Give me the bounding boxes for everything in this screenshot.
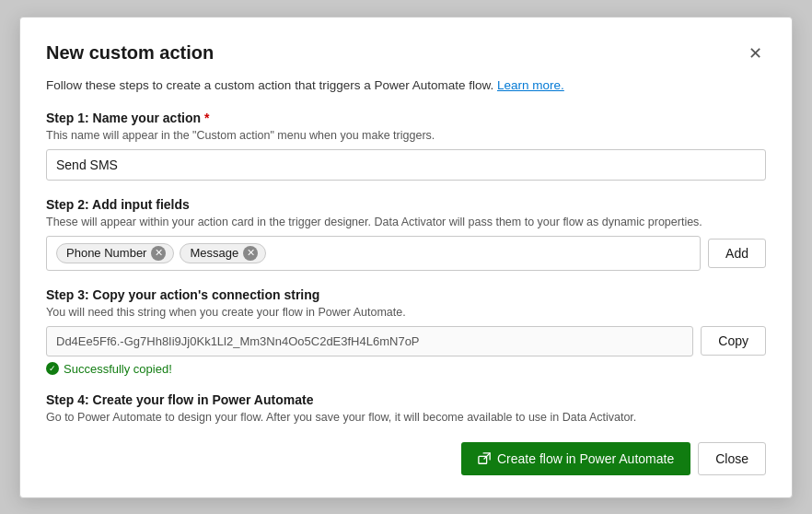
step2-section: Step 2: Add input fields These will appe…	[46, 197, 766, 271]
step2-title: Step 2: Add input fields	[46, 197, 766, 212]
step4-title: Step 4: Create your flow in Power Automa…	[46, 392, 766, 407]
external-link-icon	[478, 452, 491, 465]
close-icon-button[interactable]: ✕	[745, 40, 766, 67]
step1-title-text: Step 1: Name your action	[46, 111, 201, 125]
tags-container[interactable]: Phone Number ✕ Message ✕	[46, 236, 701, 271]
copy-button[interactable]: Copy	[701, 326, 766, 356]
modal-header: New custom action ✕	[46, 40, 766, 67]
copy-row: Copy	[46, 326, 766, 356]
step3-desc: You will need this string when you creat…	[46, 306, 766, 319]
step4-desc: Go to Power Automate to design your flow…	[46, 411, 766, 424]
tag-message: Message ✕	[180, 243, 266, 263]
step1-desc: This name will appear in the "Custom act…	[46, 129, 766, 142]
tag-phone-number-remove[interactable]: ✕	[151, 246, 166, 261]
connection-string-input[interactable]	[46, 326, 693, 356]
success-message: ✓ Successfully copied!	[46, 362, 766, 376]
modal-dialog: New custom action ✕ Follow these steps t…	[19, 17, 793, 498]
input-fields-row: Phone Number ✕ Message ✕ Add	[46, 236, 766, 271]
close-icon: ✕	[748, 43, 762, 64]
create-flow-button-label: Create flow in Power Automate	[497, 451, 674, 466]
intro-paragraph: Follow these steps to create a custom ac…	[46, 78, 766, 92]
create-flow-button[interactable]: Create flow in Power Automate	[461, 442, 690, 475]
tag-phone-number: Phone Number ✕	[56, 243, 174, 263]
tag-phone-number-label: Phone Number	[66, 246, 146, 260]
step4-section: Step 4: Create your flow in Power Automa…	[46, 392, 766, 424]
learn-more-link[interactable]: Learn more.	[497, 78, 564, 92]
step1-title: Step 1: Name your action *	[46, 111, 766, 125]
step2-desc: These will appear within your action car…	[46, 216, 766, 228]
step3-title: Step 3: Copy your action's connection st…	[46, 287, 766, 302]
tag-message-label: Message	[190, 246, 238, 260]
modal-footer: Create flow in Power Automate Close	[46, 442, 766, 475]
required-star: *	[204, 111, 209, 125]
success-icon: ✓	[46, 362, 59, 375]
step3-section: Step 3: Copy your action's connection st…	[46, 287, 766, 376]
intro-text: Follow these steps to create a custom ac…	[46, 78, 493, 92]
modal-title: New custom action	[46, 42, 214, 64]
overlay: New custom action ✕ Follow these steps t…	[0, 0, 812, 514]
close-button[interactable]: Close	[698, 442, 766, 475]
action-name-input[interactable]	[46, 149, 766, 181]
success-text-label: Successfully copied!	[64, 362, 172, 376]
add-tag-button[interactable]: Add	[708, 239, 766, 268]
step1-section: Step 1: Name your action * This name wil…	[46, 111, 766, 181]
tag-message-remove[interactable]: ✕	[243, 246, 258, 261]
